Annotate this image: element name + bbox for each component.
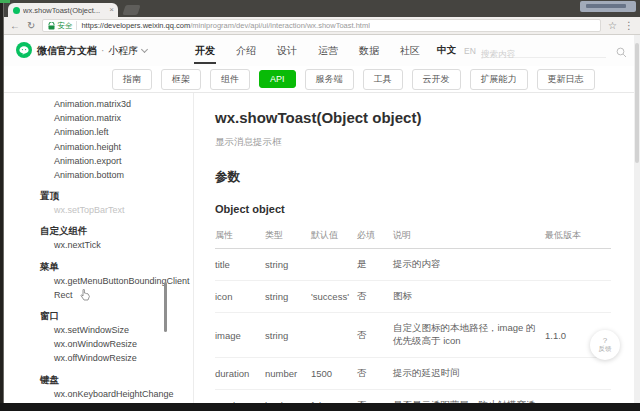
brand-separator: · bbox=[101, 45, 104, 56]
nav-item-intro[interactable]: 介绍 bbox=[235, 35, 257, 67]
sidebar-item[interactable]: Animation.export bbox=[54, 154, 193, 168]
cell: 'success' bbox=[311, 281, 357, 313]
sidebar-item[interactable]: wx.offWindowResize bbox=[54, 351, 192, 365]
cell: 否 bbox=[357, 358, 393, 390]
wechat-logo-icon[interactable] bbox=[16, 42, 32, 58]
chevron-down-icon[interactable] bbox=[141, 45, 148, 52]
sidebar-group-topbar: 置顶 wx.setTopBarText bbox=[4, 189, 193, 217]
sidebar-item[interactable]: Animation.matrix3d bbox=[54, 97, 193, 111]
subnav-component[interactable]: 组件 bbox=[210, 69, 250, 90]
sidebar-item[interactable]: Animation.bottom bbox=[54, 168, 193, 182]
table-row: durationnumber1500否提示的延迟时间 bbox=[215, 358, 611, 390]
sidebar-scrollbar-thumb[interactable] bbox=[164, 282, 167, 332]
new-tab-button[interactable] bbox=[122, 5, 140, 15]
cell bbox=[311, 249, 357, 281]
url-domain: https://developers.weixin.qq.com bbox=[81, 21, 190, 30]
cell: false bbox=[311, 390, 357, 404]
product-name: 小程序 bbox=[108, 44, 138, 58]
back-icon[interactable]: ← bbox=[10, 21, 20, 31]
cell: icon bbox=[215, 281, 265, 313]
cell: string bbox=[265, 249, 311, 281]
cell: 否 bbox=[357, 281, 393, 313]
animation-list: Animation.matrix3d Animation.matrix Anim… bbox=[4, 97, 193, 182]
col-desc: 说明 bbox=[393, 224, 545, 249]
col-minversion: 最低版本 bbox=[545, 224, 611, 249]
sidebar-item[interactable]: wx.getMenuButtonBoundingClientRect bbox=[54, 274, 192, 302]
sidebar-item[interactable]: Animation.left bbox=[54, 125, 193, 139]
lang-zh[interactable]: 中文 bbox=[437, 44, 456, 57]
cell: mask bbox=[215, 390, 265, 404]
feedback-button[interactable]: ? 反馈 bbox=[590, 330, 620, 360]
sidebar-item-settopbartext[interactable]: wx.setTopBarText bbox=[54, 203, 192, 217]
background-window-fragment bbox=[580, 1, 636, 12]
cell: 提示的延迟时间 bbox=[393, 358, 545, 390]
table-row: titlestring是提示的内容 bbox=[215, 249, 611, 281]
sidebar-item[interactable]: wx.setWindowSize bbox=[54, 323, 192, 337]
brand[interactable]: 微信官方文档 · 小程序 bbox=[37, 35, 147, 66]
nav-item-operation[interactable]: 运营 bbox=[317, 35, 339, 67]
browser-menu-icon[interactable]: ⋮ bbox=[624, 21, 634, 31]
sidebar-item[interactable]: Animation.height bbox=[54, 140, 193, 154]
subnav-cloud[interactable]: 云开发 bbox=[412, 69, 461, 90]
refresh-icon[interactable]: ↻ bbox=[27, 21, 35, 31]
subnav-changelog[interactable]: 更新日志 bbox=[537, 69, 595, 90]
url-divider bbox=[76, 21, 77, 30]
nav-item-data[interactable]: 数据 bbox=[358, 35, 380, 67]
browser-tab[interactable]: wx.showToast(Object... × bbox=[8, 3, 118, 17]
cell: title bbox=[215, 249, 265, 281]
col-default: 默认值 bbox=[311, 224, 357, 249]
search-icon[interactable] bbox=[616, 44, 627, 62]
group-header: 置顶 bbox=[4, 189, 193, 203]
sidebar-item[interactable]: wx.nextTick bbox=[54, 238, 192, 252]
col-attr: 属性 bbox=[215, 224, 265, 249]
bookmark-star-icon[interactable]: ☆ bbox=[608, 21, 617, 31]
lang-en[interactable]: EN bbox=[464, 46, 476, 56]
site-header: 微信官方文档 · 小程序 开发 介绍 设计 运营 数据 社区 中文 EN bbox=[4, 35, 640, 66]
subnav-server[interactable]: 服务端 bbox=[305, 69, 354, 90]
section-params: 参数 bbox=[215, 169, 640, 186]
sidebar-item[interactable]: Animation.matrix bbox=[54, 111, 193, 125]
cursor-pointer-icon bbox=[80, 287, 90, 305]
taskbar-sliver bbox=[0, 403, 640, 411]
secure-indicator[interactable]: 安全 bbox=[48, 21, 72, 31]
url-path: /miniprogram/dev/api/ui/interaction/wx.s… bbox=[190, 21, 370, 30]
group-header: 键盘 bbox=[4, 373, 193, 387]
language-switch: 中文 EN bbox=[437, 35, 476, 66]
table-header-row: 属性 类型 默认值 必填 说明 最低版本 bbox=[215, 224, 611, 249]
lock-icon bbox=[48, 22, 55, 30]
cell: 否 bbox=[357, 390, 393, 404]
close-icon[interactable]: × bbox=[109, 6, 114, 14]
sidebar-group-keyboard: 键盘 wx.onKeyboardHeightChange wx.hideKeyb… bbox=[4, 373, 193, 403]
search-input[interactable] bbox=[481, 47, 606, 61]
subnav-extend[interactable]: 扩展能力 bbox=[470, 69, 528, 90]
subnav-tools[interactable]: 工具 bbox=[363, 69, 403, 90]
subnav-api[interactable]: API bbox=[259, 70, 296, 88]
cell bbox=[545, 390, 611, 404]
group-header: 菜单 bbox=[4, 260, 193, 274]
nav-item-develop[interactable]: 开发 bbox=[194, 35, 216, 67]
url-bar[interactable]: 安全 https://developers.weixin.qq.com/mini… bbox=[42, 19, 601, 32]
cell: 否 bbox=[357, 313, 393, 358]
tab-strip: wx.showToast(Object... × bbox=[0, 0, 640, 17]
cell: number bbox=[265, 358, 311, 390]
browser-toolbar: ← ↻ 安全 https://developers.weixin.qq.com/… bbox=[0, 17, 640, 35]
page-scrollbar-thumb[interactable] bbox=[635, 43, 639, 163]
page-title: wx.showToast(Object object) bbox=[215, 109, 640, 126]
cell bbox=[545, 249, 611, 281]
search-box bbox=[481, 43, 606, 58]
cell: image bbox=[215, 313, 265, 358]
brand-name: 微信官方文档 bbox=[37, 44, 97, 58]
cell bbox=[311, 313, 357, 358]
browser-window: wx.showToast(Object... × ← ↻ 安全 https://… bbox=[0, 0, 640, 411]
nav-item-community[interactable]: 社区 bbox=[399, 35, 421, 67]
doc-body: Animation.matrix3d Animation.matrix Anim… bbox=[4, 93, 640, 403]
table-row: maskbooleanfalse否是否显示透明蒙层，防止触摸穿透 bbox=[215, 390, 611, 404]
wechat-favicon-icon bbox=[13, 7, 20, 14]
params-table: 属性 类型 默认值 必填 说明 最低版本 titlestring是提示的内容 bbox=[215, 224, 611, 403]
subnav-guide[interactable]: 指南 bbox=[112, 69, 152, 90]
page-scrollbar[interactable] bbox=[634, 35, 640, 403]
nav-item-design[interactable]: 设计 bbox=[276, 35, 298, 67]
subnav-framework[interactable]: 框架 bbox=[161, 69, 201, 90]
sidebar-item[interactable]: wx.onKeyboardHeightChange bbox=[54, 387, 192, 401]
sidebar-item[interactable]: wx.onWindowResize bbox=[54, 337, 192, 351]
